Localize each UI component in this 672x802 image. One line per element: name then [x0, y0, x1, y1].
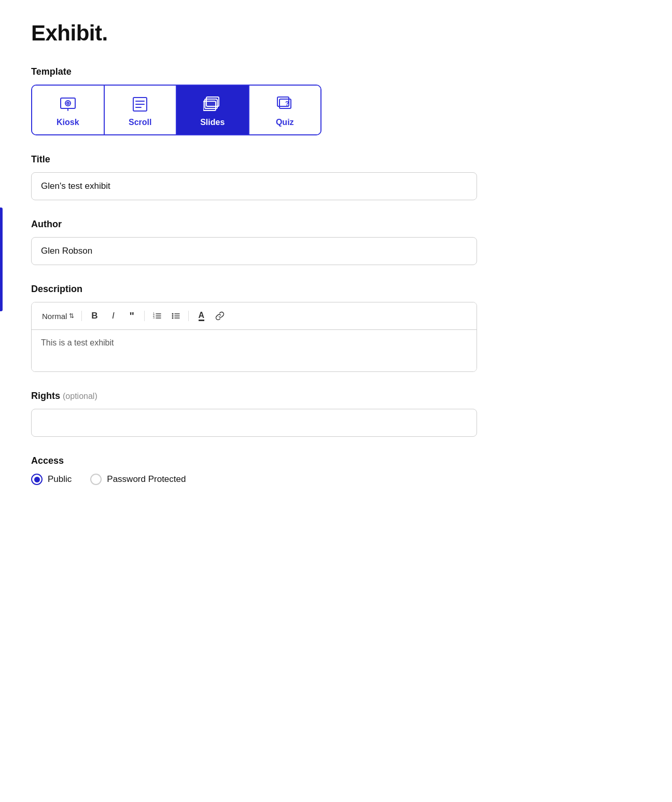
- template-scroll-label: Scroll: [129, 118, 151, 127]
- svg-text:3.: 3.: [153, 316, 155, 319]
- editor-toolbar: Normal ⇅ B I " 1. 2.: [32, 302, 477, 330]
- format-select-arrow: ⇅: [69, 312, 74, 320]
- access-password-option[interactable]: Password Protected: [90, 474, 186, 485]
- template-option-quiz[interactable]: ? Quiz: [249, 86, 321, 134]
- quote-button[interactable]: ": [123, 308, 140, 324]
- template-option-kiosk[interactable]: Kiosk: [32, 86, 105, 134]
- rights-optional: (optional): [63, 392, 97, 400]
- access-public-radio[interactable]: [31, 474, 43, 485]
- rights-input[interactable]: [31, 409, 477, 437]
- title-label: Title: [31, 154, 641, 165]
- description-content[interactable]: This is a test exhibit: [32, 330, 477, 371]
- access-section: Access Public Password Protected: [31, 455, 641, 485]
- svg-point-24: [172, 313, 174, 315]
- rights-label: Rights (optional): [31, 391, 641, 402]
- description-label: Description: [31, 284, 641, 295]
- unordered-list-button[interactable]: [167, 308, 184, 324]
- toolbar-divider-3: [188, 311, 189, 321]
- rights-section: Rights (optional): [31, 391, 641, 437]
- author-input[interactable]: [31, 237, 477, 265]
- toolbar-divider-1: [81, 311, 82, 321]
- template-section: Template Kiosk Scroll: [31, 66, 641, 135]
- title-input[interactable]: [31, 172, 477, 200]
- font-color-button[interactable]: A: [193, 308, 209, 324]
- format-select-label: Normal: [42, 312, 67, 321]
- format-select[interactable]: Normal ⇅: [39, 310, 77, 323]
- access-options: Public Password Protected: [31, 474, 641, 485]
- title-section: Title: [31, 154, 641, 200]
- svg-text:?: ?: [285, 100, 289, 107]
- template-option-scroll[interactable]: Scroll: [105, 86, 177, 134]
- template-grid: Kiosk Scroll Slides: [31, 85, 321, 135]
- template-kiosk-label: Kiosk: [57, 118, 79, 127]
- template-option-slides[interactable]: Slides: [177, 86, 249, 134]
- access-public-radio-inner: [34, 477, 40, 482]
- access-password-radio[interactable]: [90, 474, 102, 485]
- bold-button[interactable]: B: [86, 308, 103, 324]
- page-title: Exhibit.: [31, 21, 641, 46]
- svg-point-25: [172, 315, 174, 317]
- access-label: Access: [31, 455, 641, 466]
- description-section: Description Normal ⇅ B I ": [31, 284, 641, 372]
- italic-button[interactable]: I: [105, 308, 121, 324]
- template-slides-label: Slides: [200, 118, 225, 127]
- toolbar-divider-2: [144, 311, 145, 321]
- svg-point-2: [67, 102, 69, 104]
- author-label: Author: [31, 219, 641, 230]
- link-button[interactable]: [212, 308, 228, 324]
- description-editor: Normal ⇅ B I " 1. 2.: [31, 302, 477, 372]
- template-label: Template: [31, 66, 641, 77]
- author-section: Author: [31, 219, 641, 265]
- ordered-list-button[interactable]: 1. 2. 3.: [149, 308, 165, 324]
- svg-point-26: [172, 317, 174, 319]
- svg-rect-11: [203, 101, 216, 110]
- template-quiz-label: Quiz: [276, 118, 294, 127]
- svg-rect-0: [61, 98, 75, 108]
- left-accent-bar: [0, 208, 3, 311]
- svg-point-1: [65, 101, 71, 106]
- access-public-option[interactable]: Public: [31, 474, 72, 485]
- access-password-label: Password Protected: [107, 474, 186, 485]
- access-public-label: Public: [48, 474, 72, 485]
